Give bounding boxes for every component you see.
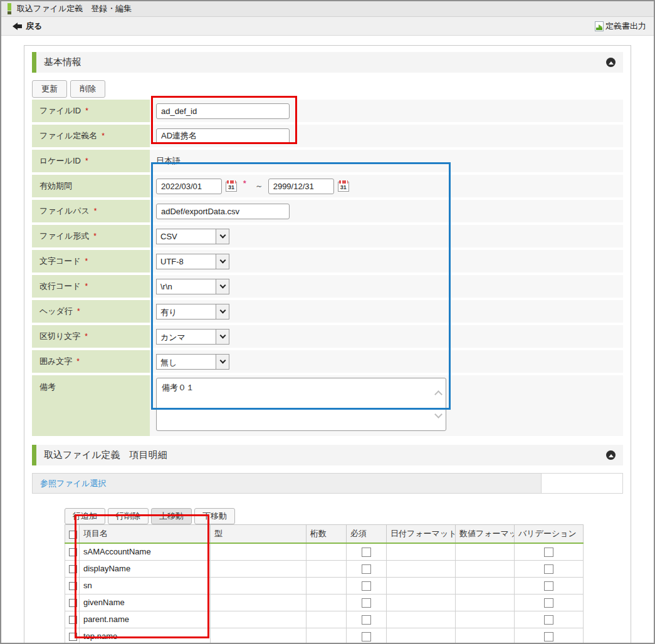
export-definition-button[interactable]: 定義書出力 xyxy=(595,21,646,32)
row-checkbox[interactable] xyxy=(69,599,77,607)
locale-id-label: ロケールID* xyxy=(32,150,150,172)
required-mark: * xyxy=(93,232,97,241)
table-row: top.name xyxy=(65,628,584,644)
required-checkbox[interactable] xyxy=(362,564,371,574)
enclosure-value-cell: 無し xyxy=(150,350,623,373)
collapse-button[interactable] xyxy=(606,450,616,460)
chevron-down-icon xyxy=(216,229,229,244)
calendar-icon[interactable]: 31 xyxy=(338,182,349,192)
delimiter-select[interactable]: カンマ xyxy=(156,329,229,345)
digits-cell[interactable] xyxy=(307,628,347,644)
date-format-cell[interactable] xyxy=(387,577,456,594)
reference-file-link[interactable]: 参照ファイル選択 xyxy=(40,478,106,489)
valid-period-to-input[interactable] xyxy=(268,179,334,194)
delimiter-value-cell: カンマ xyxy=(150,325,623,348)
date-format-cell[interactable] xyxy=(387,543,456,560)
file-id-value-cell xyxy=(150,100,623,122)
file-def-name-value-cell xyxy=(150,125,623,147)
col-header-item-name: 項目名 xyxy=(80,525,211,544)
valid-period-from-input[interactable] xyxy=(156,179,222,194)
select-value: \r\n xyxy=(157,279,216,294)
reference-file-bar: 参照ファイル選択 xyxy=(32,473,623,494)
row-checkbox[interactable] xyxy=(69,548,77,556)
item-name-cell[interactable]: displayName xyxy=(80,560,211,577)
number-format-cell[interactable] xyxy=(456,628,515,644)
number-format-cell[interactable] xyxy=(456,611,515,628)
char-code-select[interactable]: UTF-8 xyxy=(156,254,229,269)
file-def-name-input[interactable] xyxy=(156,128,290,144)
select-value: 有り xyxy=(157,304,216,319)
type-cell[interactable] xyxy=(211,628,307,644)
validation-checkbox[interactable] xyxy=(544,564,553,574)
collapse-button[interactable] xyxy=(606,58,616,67)
required-checkbox[interactable] xyxy=(362,615,371,625)
type-cell[interactable] xyxy=(211,611,307,628)
calendar-icon[interactable]: 31 xyxy=(226,182,237,192)
char-code-value-cell: UTF-8 xyxy=(150,250,623,273)
move-down-button[interactable]: 下移動 xyxy=(194,508,235,524)
required-checkbox[interactable] xyxy=(362,598,371,608)
digits-cell[interactable] xyxy=(307,577,347,594)
validation-checkbox[interactable] xyxy=(544,548,553,557)
move-up-button[interactable]: 上移動 xyxy=(151,508,192,524)
date-format-cell[interactable] xyxy=(387,594,456,611)
update-button[interactable]: 更新 xyxy=(32,80,67,98)
type-cell[interactable] xyxy=(211,577,307,594)
number-format-cell[interactable] xyxy=(456,560,515,577)
validation-checkbox[interactable] xyxy=(544,581,553,591)
row-checkbox[interactable] xyxy=(69,633,77,641)
required-checkbox[interactable] xyxy=(362,581,371,591)
basic-action-buttons: 更新 削除 xyxy=(32,80,623,98)
form-row-char-code: 文字コード* UTF-8 xyxy=(32,250,623,273)
file-id-label: ファイルID* xyxy=(32,100,150,122)
type-cell[interactable] xyxy=(211,543,307,560)
validation-checkbox[interactable] xyxy=(544,615,553,625)
select-all-checkbox[interactable] xyxy=(69,531,77,539)
row-checkbox[interactable] xyxy=(69,616,77,624)
digits-cell[interactable] xyxy=(307,611,347,628)
select-value: CSV xyxy=(157,229,216,244)
add-row-button[interactable]: 行追加 xyxy=(65,508,105,524)
delete-row-button[interactable]: 行削除 xyxy=(108,508,149,524)
validation-checkbox[interactable] xyxy=(544,632,553,641)
item-name-cell[interactable]: parent.name xyxy=(80,611,211,628)
item-name-cell[interactable]: sAMAccountName xyxy=(80,543,211,560)
item-name-cell[interactable]: sn xyxy=(80,577,211,594)
valid-period-label: 有効期間 xyxy=(32,175,150,197)
file-format-select[interactable]: CSV xyxy=(156,229,229,244)
header-row-select[interactable]: 有り xyxy=(156,304,229,319)
number-format-cell[interactable] xyxy=(456,577,515,594)
required-mark: * xyxy=(85,157,88,165)
period-separator: ～ xyxy=(255,180,263,192)
type-cell[interactable] xyxy=(211,560,307,577)
number-format-cell[interactable] xyxy=(456,594,515,611)
file-id-input[interactable] xyxy=(156,103,290,119)
required-checkbox[interactable] xyxy=(362,548,371,557)
date-format-cell[interactable] xyxy=(387,560,456,577)
header-row-value-cell: 有り xyxy=(150,300,623,323)
line-code-select[interactable]: \r\n xyxy=(156,279,229,294)
document-export-icon xyxy=(595,21,604,31)
back-button[interactable]: 戻る xyxy=(9,21,42,32)
number-format-cell[interactable] xyxy=(456,543,515,560)
enclosure-select[interactable]: 無し xyxy=(156,354,229,370)
col-header-date-format: 日付フォーマット区分 xyxy=(387,525,456,544)
validation-checkbox[interactable] xyxy=(544,598,553,608)
item-name-cell[interactable]: givenName xyxy=(80,594,211,611)
page-title-icon xyxy=(8,3,11,14)
row-checkbox[interactable] xyxy=(69,582,77,590)
reference-file-value[interactable] xyxy=(541,474,622,493)
date-format-cell[interactable] xyxy=(387,611,456,628)
delete-button[interactable]: 削除 xyxy=(70,80,105,98)
digits-cell[interactable] xyxy=(307,594,347,611)
file-path-input[interactable] xyxy=(156,204,290,219)
type-cell[interactable] xyxy=(211,594,307,611)
item-name-cell[interactable]: top.name xyxy=(80,628,211,644)
remarks-textarea[interactable]: 備考０１ xyxy=(156,378,446,431)
date-format-cell[interactable] xyxy=(387,628,456,644)
digits-cell[interactable] xyxy=(307,560,347,577)
row-checkbox[interactable] xyxy=(69,565,77,573)
export-label: 定義書出力 xyxy=(605,21,646,32)
digits-cell[interactable] xyxy=(307,543,347,560)
required-checkbox[interactable] xyxy=(362,632,371,641)
